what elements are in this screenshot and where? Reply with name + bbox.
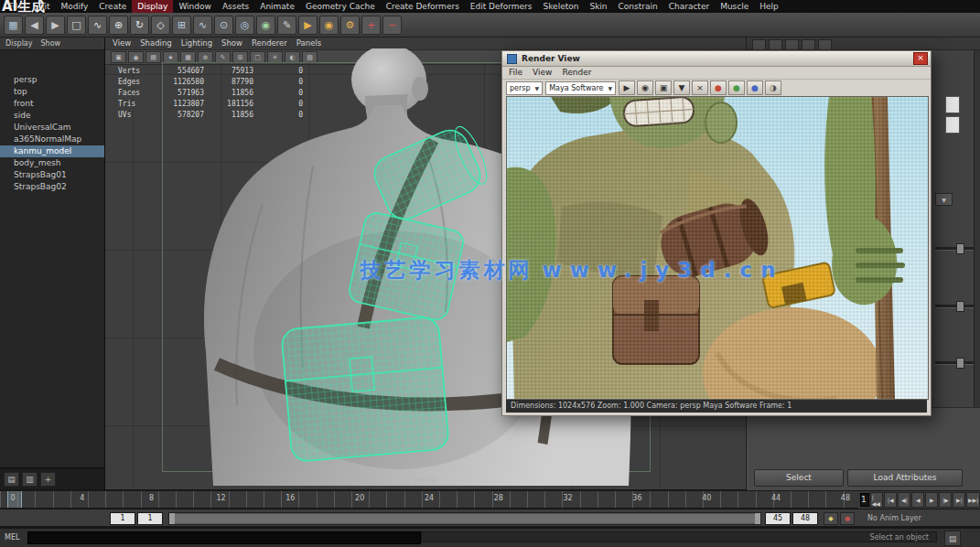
render-frame-icon[interactable]: ▶ <box>619 80 635 95</box>
menu-item[interactable]: Animate <box>254 0 300 13</box>
rendered-image-area[interactable] <box>506 96 929 400</box>
attribute-tab[interactable] <box>785 39 799 50</box>
render-view-titlebar[interactable]: Render View × <box>502 51 931 67</box>
renderer-dropdown[interactable]: Maya Software▼ <box>545 81 616 95</box>
back-arrow-icon[interactable]: ◀ <box>25 16 44 35</box>
timeline-tick-label[interactable]: 48 <box>835 494 856 502</box>
rotate-tool-icon[interactable]: ↻ <box>130 16 149 35</box>
go-to-end-button[interactable]: ▶▶| <box>966 492 980 508</box>
texture-swatch-icon[interactable] <box>945 96 960 113</box>
range-slider[interactable] <box>168 512 761 525</box>
new-layer-icon[interactable]: + <box>40 472 56 487</box>
anim-layer-label[interactable]: No Anim Layer <box>867 514 921 522</box>
outliner-menu-item[interactable]: Show <box>41 38 61 49</box>
menu-item[interactable]: Display <box>132 0 173 13</box>
snap-view-icon[interactable]: ◎ <box>235 16 254 35</box>
timeline-tick-label[interactable]: 4 <box>72 494 92 502</box>
render-view-menu-item[interactable]: File <box>509 67 522 79</box>
set-key-icon[interactable]: ◆ <box>824 512 838 525</box>
outliner-item[interactable]: StrapsBag02 <box>0 181 104 193</box>
texture-swatch-icon[interactable] <box>945 116 960 134</box>
animation-start-field[interactable]: 1 <box>110 512 135 525</box>
timeline-tick-label[interactable]: 8 <box>142 494 162 502</box>
remove-attribute-icon[interactable]: − <box>382 16 402 35</box>
keep-image-icon[interactable]: ▼ <box>673 80 690 95</box>
attribute-slider[interactable] <box>935 300 974 311</box>
attribute-tab[interactable] <box>818 39 832 50</box>
current-frame-field[interactable]: 1 <box>860 493 869 507</box>
go-to-start-button[interactable]: |◀◀ <box>870 492 884 508</box>
render-view-menu-item[interactable]: Render <box>562 67 591 79</box>
step-forward-frame-button[interactable]: ▶| <box>953 492 965 508</box>
add-attribute-icon[interactable]: + <box>361 16 381 35</box>
menu-item[interactable]: Window <box>173 0 217 13</box>
menu-item[interactable]: File <box>4 0 28 13</box>
forward-arrow-icon[interactable]: ▶ <box>46 16 65 35</box>
select-tool-icon[interactable]: □ <box>67 16 86 35</box>
menu-item[interactable]: Modify <box>56 0 94 13</box>
move-tool-icon[interactable]: ⊕ <box>109 16 128 35</box>
bag-wireframe-bottom[interactable] <box>281 316 449 462</box>
outliner-item[interactable]: body_mesh <box>0 157 104 169</box>
timeline-tick-label[interactable]: 32 <box>558 494 578 502</box>
snap-point-icon[interactable]: ⊙ <box>214 16 233 35</box>
timeline-tick-label[interactable]: 12 <box>210 494 231 502</box>
timeline-tick-label[interactable]: 20 <box>350 494 370 502</box>
green-channel-icon[interactable]: ● <box>728 80 745 95</box>
scale-tool-icon[interactable]: ◇ <box>151 16 170 35</box>
menu-item[interactable]: Geometry Cache <box>300 0 381 13</box>
command-mode-label[interactable]: MEL <box>5 533 19 542</box>
layers-icon[interactable]: ▤ <box>4 472 19 487</box>
outliner-item[interactable]: StrapsBag01 <box>0 169 104 181</box>
step-back-key-button[interactable]: ◀| <box>898 492 910 508</box>
step-forward-key-button[interactable]: |▶ <box>939 492 952 508</box>
layout-toggle-icon[interactable]: ▦ <box>4 16 23 35</box>
menu-item[interactable]: Assets <box>217 0 254 13</box>
close-icon[interactable]: × <box>913 52 928 65</box>
attribute-slider[interactable] <box>935 242 974 253</box>
menu-item[interactable]: Constrain <box>613 0 663 13</box>
playback-start-field[interactable]: 1 <box>137 512 163 525</box>
alpha-channel-icon[interactable]: ◑ <box>765 80 781 95</box>
load-attributes-button[interactable]: Load Attributes <box>847 469 963 487</box>
timeline-tick-label[interactable]: 44 <box>766 494 786 502</box>
ipr-render-icon[interactable]: ◉ <box>319 16 339 35</box>
animation-end-field[interactable]: 48 <box>792 512 818 525</box>
outliner-item[interactable]: persp <box>0 74 104 86</box>
range-handle-right[interactable] <box>755 513 760 524</box>
blue-channel-icon[interactable]: ● <box>747 80 763 95</box>
outliner-item[interactable]: side <box>0 110 104 122</box>
red-channel-icon[interactable]: ● <box>710 80 727 95</box>
attribute-slider[interactable] <box>935 357 974 368</box>
remove-image-icon[interactable]: × <box>692 80 708 95</box>
playback-end-field[interactable]: 45 <box>765 512 791 525</box>
render-view-menu-item[interactable]: View <box>533 67 552 79</box>
attribute-tab[interactable] <box>752 39 766 50</box>
command-input[interactable] <box>27 531 421 544</box>
snap-grid-icon[interactable]: ⊞ <box>172 16 191 35</box>
step-back-frame-button[interactable]: |◀ <box>884 492 897 508</box>
menu-item[interactable]: Edit <box>28 0 55 13</box>
outliner-menu-item[interactable]: Display <box>5 38 33 49</box>
select-button[interactable]: Select <box>754 469 844 487</box>
play-backwards-button[interactable]: ◀ <box>911 492 924 508</box>
timeline-tick-label[interactable]: 16 <box>280 494 300 502</box>
auto-key-icon[interactable]: ● <box>840 512 855 525</box>
outliner-item[interactable]: front <box>0 98 104 110</box>
menu-item[interactable]: Character <box>663 0 715 13</box>
timeline-tick-label[interactable]: 0 <box>3 494 23 502</box>
menu-item[interactable]: Edit Deformers <box>465 0 538 13</box>
snapshot-icon[interactable]: ▣ <box>655 80 672 95</box>
render-camera-dropdown[interactable]: persp▼ <box>506 81 543 95</box>
construction-history-icon[interactable]: ✎ <box>277 16 296 35</box>
menu-item[interactable]: Create Deformers <box>381 0 465 13</box>
menu-item[interactable]: Skin <box>584 0 612 13</box>
select-camera-icon[interactable]: ▣ <box>111 51 126 63</box>
make-live-icon[interactable]: ◉ <box>256 16 275 35</box>
snap-curve-icon[interactable]: ∿ <box>193 16 212 35</box>
ipr-render-icon[interactable]: ◉ <box>637 80 653 95</box>
menu-item[interactable]: Skeleton <box>538 0 585 13</box>
range-handle-left[interactable] <box>169 513 175 524</box>
outliner-item[interactable]: UniversalCam <box>0 122 104 134</box>
timeline-tick-label[interactable]: 28 <box>489 494 509 502</box>
